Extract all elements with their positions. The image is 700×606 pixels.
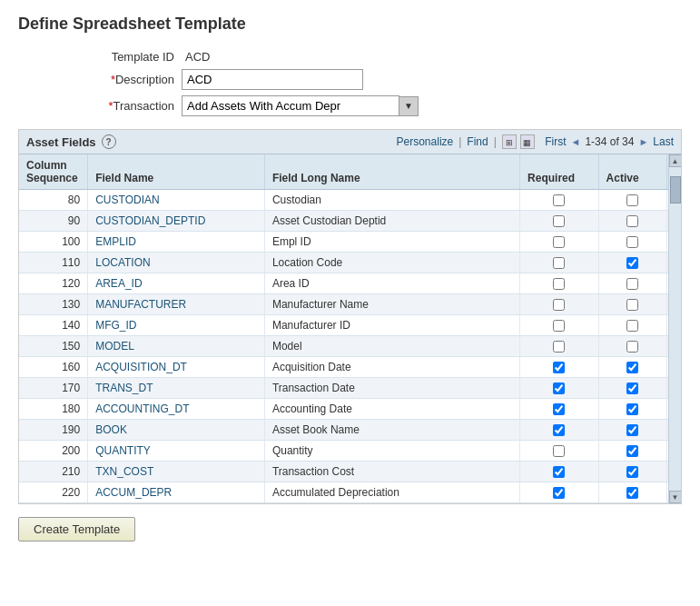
cell-active[interactable] bbox=[598, 336, 667, 357]
active-checkbox[interactable] bbox=[626, 320, 638, 332]
cell-required[interactable] bbox=[520, 190, 599, 211]
cell-fieldname[interactable]: ACCOUNTING_DT bbox=[88, 399, 265, 420]
cell-required[interactable] bbox=[520, 336, 599, 357]
required-checkbox[interactable] bbox=[553, 236, 565, 248]
cell-fieldname[interactable]: TXN_COST bbox=[88, 462, 265, 482]
required-checkbox[interactable] bbox=[553, 299, 565, 311]
required-checkbox[interactable] bbox=[553, 487, 565, 499]
cell-required[interactable] bbox=[520, 399, 599, 420]
cell-active[interactable] bbox=[598, 211, 667, 232]
required-checkbox[interactable] bbox=[553, 278, 565, 290]
cell-fieldname[interactable]: ACQUISITION_DT bbox=[88, 357, 265, 378]
active-checkbox[interactable] bbox=[626, 299, 638, 311]
transaction-dropdown-arrow[interactable]: ▼ bbox=[399, 96, 419, 116]
active-checkbox[interactable] bbox=[626, 215, 638, 227]
cell-required[interactable] bbox=[520, 482, 599, 503]
field-name-link[interactable]: ACCOUNTING_DT bbox=[95, 402, 189, 415]
scroll-thumb[interactable] bbox=[670, 176, 681, 204]
active-checkbox[interactable] bbox=[626, 382, 638, 394]
field-name-link[interactable]: MANUFACTURER bbox=[95, 298, 186, 311]
field-name-link[interactable]: LOCATION bbox=[95, 256, 150, 269]
field-name-link[interactable]: BOOK bbox=[95, 423, 127, 436]
cell-required[interactable] bbox=[520, 294, 599, 315]
required-checkbox[interactable] bbox=[553, 320, 565, 332]
field-name-link[interactable]: TXN_COST bbox=[95, 465, 153, 478]
required-checkbox[interactable] bbox=[553, 424, 565, 436]
field-name-link[interactable]: CUSTODIAN bbox=[95, 194, 159, 206]
cell-active[interactable] bbox=[598, 357, 667, 378]
active-checkbox[interactable] bbox=[626, 445, 638, 457]
active-checkbox[interactable] bbox=[626, 487, 638, 499]
cell-active[interactable] bbox=[598, 273, 667, 294]
cell-required[interactable] bbox=[520, 420, 599, 441]
last-link[interactable]: Last bbox=[653, 135, 674, 148]
cell-fieldname[interactable]: QUANTITY bbox=[88, 441, 265, 462]
cell-fieldname[interactable]: BOOK bbox=[88, 420, 265, 441]
field-name-link[interactable]: EMPLID bbox=[95, 235, 136, 248]
required-checkbox[interactable] bbox=[553, 215, 565, 227]
active-checkbox[interactable] bbox=[626, 194, 638, 206]
active-checkbox[interactable] bbox=[626, 466, 638, 478]
cell-required[interactable] bbox=[520, 211, 599, 232]
scrollbar[interactable]: ▲ ▼ bbox=[668, 154, 681, 503]
cell-fieldname[interactable]: AREA_ID bbox=[88, 273, 265, 294]
field-name-link[interactable]: ACCUM_DEPR bbox=[95, 486, 172, 499]
cell-required[interactable] bbox=[520, 273, 599, 294]
cell-required[interactable] bbox=[520, 315, 599, 336]
field-name-link[interactable]: ACQUISITION_DT bbox=[95, 361, 187, 373]
transaction-select[interactable]: Add Assets With Accum Depr bbox=[182, 95, 399, 116]
field-name-link[interactable]: CUSTODIAN_DEPTID bbox=[95, 214, 205, 227]
required-checkbox[interactable] bbox=[553, 341, 565, 353]
active-checkbox[interactable] bbox=[626, 424, 638, 436]
cell-required[interactable] bbox=[520, 253, 599, 273]
view-icon-2[interactable]: ▦ bbox=[520, 134, 535, 149]
help-icon[interactable]: ? bbox=[102, 134, 116, 149]
cell-required[interactable] bbox=[520, 357, 599, 378]
cell-fieldname[interactable]: CUSTODIAN_DEPTID bbox=[88, 211, 265, 232]
active-checkbox[interactable] bbox=[626, 236, 638, 248]
cell-active[interactable] bbox=[598, 399, 667, 420]
first-link[interactable]: First bbox=[545, 135, 566, 148]
field-name-link[interactable]: QUANTITY bbox=[95, 444, 151, 457]
cell-active[interactable] bbox=[598, 315, 667, 336]
field-name-link[interactable]: MODEL bbox=[95, 340, 134, 353]
active-checkbox[interactable] bbox=[626, 257, 638, 269]
cell-required[interactable] bbox=[520, 232, 599, 253]
cell-active[interactable] bbox=[598, 232, 667, 253]
cell-active[interactable] bbox=[598, 294, 667, 315]
cell-required[interactable] bbox=[520, 441, 599, 462]
active-checkbox[interactable] bbox=[626, 278, 638, 290]
cell-active[interactable] bbox=[598, 420, 667, 441]
cell-active[interactable] bbox=[598, 482, 667, 503]
required-checkbox[interactable] bbox=[553, 382, 565, 394]
cell-fieldname[interactable]: LOCATION bbox=[88, 253, 265, 273]
scroll-track[interactable] bbox=[669, 167, 682, 491]
personalize-link[interactable]: Personalize bbox=[397, 135, 454, 148]
field-name-link[interactable]: AREA_ID bbox=[95, 277, 142, 290]
active-checkbox[interactable] bbox=[626, 341, 638, 353]
required-checkbox[interactable] bbox=[553, 257, 565, 269]
cell-fieldname[interactable]: TRANS_DT bbox=[88, 378, 265, 399]
scroll-up-arrow[interactable]: ▲ bbox=[669, 154, 682, 167]
field-name-link[interactable]: TRANS_DT bbox=[95, 382, 153, 394]
create-template-button[interactable]: Create Template bbox=[18, 517, 135, 541]
description-input[interactable] bbox=[182, 69, 363, 90]
cell-active[interactable] bbox=[598, 253, 667, 273]
cell-active[interactable] bbox=[598, 441, 667, 462]
cell-fieldname[interactable]: MANUFACTURER bbox=[88, 294, 265, 315]
cell-fieldname[interactable]: CUSTODIAN bbox=[88, 190, 265, 211]
required-checkbox[interactable] bbox=[553, 445, 565, 457]
scroll-down-arrow[interactable]: ▼ bbox=[669, 491, 682, 503]
cell-active[interactable] bbox=[598, 462, 667, 482]
cell-active[interactable] bbox=[598, 378, 667, 399]
required-checkbox[interactable] bbox=[553, 403, 565, 415]
active-checkbox[interactable] bbox=[626, 403, 638, 415]
cell-active[interactable] bbox=[598, 190, 667, 211]
find-link[interactable]: Find bbox=[467, 135, 488, 148]
active-checkbox[interactable] bbox=[626, 362, 638, 373]
required-checkbox[interactable] bbox=[553, 194, 565, 206]
view-icon-1[interactable]: ⊞ bbox=[502, 134, 517, 149]
cell-required[interactable] bbox=[520, 462, 599, 482]
cell-fieldname[interactable]: EMPLID bbox=[88, 232, 265, 253]
next-arrow[interactable]: ► bbox=[637, 136, 649, 147]
